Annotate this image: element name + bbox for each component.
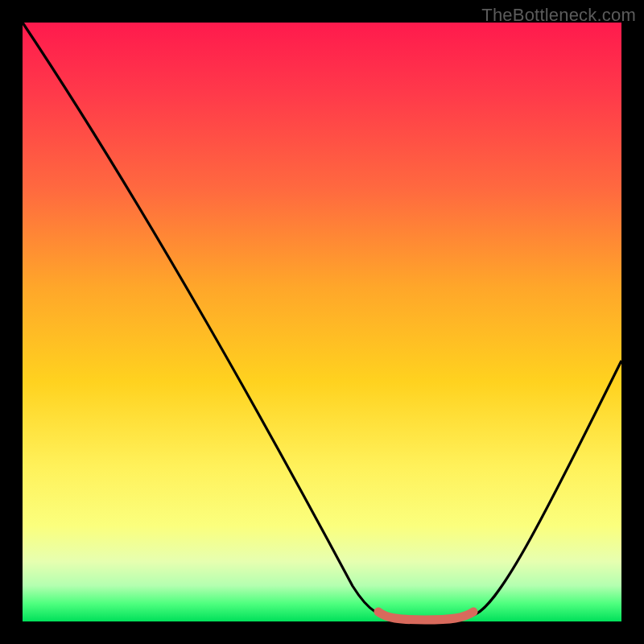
plot-area: [23, 23, 621, 621]
sweet-spot-marker: [378, 612, 473, 620]
curve-layer: [23, 23, 621, 621]
bottleneck-curve: [23, 23, 621, 618]
chart-frame: TheBottleneck.com: [0, 0, 644, 644]
